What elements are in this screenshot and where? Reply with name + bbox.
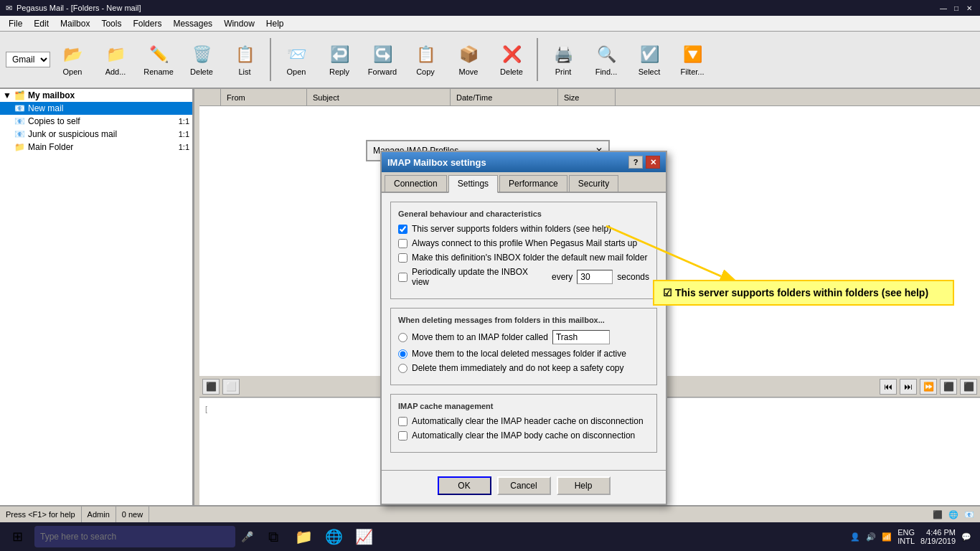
status-help: Press <F1> for help <box>0 507 82 522</box>
copy-icon: 📋 <box>414 43 437 66</box>
toolbar-forward[interactable]: ↪️ Forward <box>362 34 403 85</box>
find-icon: 🔍 <box>595 43 618 66</box>
microphone-icon[interactable]: 🎤 <box>241 531 253 542</box>
sidebar-root[interactable]: ▼ 🗂️ My mailbox <box>0 89 192 102</box>
toolbar-reply[interactable]: ↩️ Reply <box>319 34 360 85</box>
ok-button[interactable]: OK <box>438 476 491 495</box>
always-connect-checkbox[interactable] <box>398 239 407 248</box>
col-header-from[interactable]: From <box>221 89 307 105</box>
toolbar-add[interactable]: 📁 Add... <box>95 34 136 85</box>
menu-file[interactable]: File <box>3 17 28 30</box>
cache-section: IMAP cache management Automatically clea… <box>390 394 657 453</box>
preview-nav-5[interactable]: ⬛ <box>960 379 977 395</box>
supports-folders-checkbox[interactable] <box>398 225 407 234</box>
menu-tools[interactable]: Tools <box>95 17 127 30</box>
toolbar-print[interactable]: 🖨️ Print <box>542 34 584 85</box>
tab-security[interactable]: Security <box>569 175 618 192</box>
toolbar-delete-mail[interactable]: ❌ Delete <box>491 34 532 85</box>
status-user: Admin <box>82 507 116 522</box>
periodic-update-checkbox[interactable] <box>398 273 407 282</box>
preview-btn-1[interactable]: ⬛ <box>202 379 220 395</box>
toolbar-select[interactable]: ☑️ Select <box>628 34 670 85</box>
toolbar-open-mail[interactable]: 📨 Open <box>275 34 317 85</box>
taskbar-files[interactable]: 📁 <box>289 524 318 550</box>
dialog-buttons: OK Cancel Help <box>382 470 666 504</box>
deleting-section-title: When deleting messages from folders in t… <box>398 316 649 324</box>
move-imap-radio[interactable] <box>398 333 407 342</box>
sidebar-item-main[interactable]: 📁 Main Folder 1:1 <box>0 141 192 154</box>
col-header-subject[interactable]: Subject <box>307 89 451 105</box>
col-header-date[interactable]: Date/Time <box>451 89 558 105</box>
taskbar-search-input[interactable] <box>34 526 235 547</box>
minimize-button[interactable]: — <box>938 3 948 13</box>
clear-body-checkbox[interactable] <box>398 431 407 441</box>
taskbar-taskview[interactable]: ⧉ <box>259 524 288 550</box>
sidebar-item-copies[interactable]: 📧 Copies to self 1:1 <box>0 115 192 128</box>
sidebar-item-junk[interactable]: 📧 Junk or suspicious mail 1:1 <box>0 128 192 141</box>
copies-icon: 📧 <box>14 116 25 126</box>
clear-header-checkbox[interactable] <box>398 417 407 426</box>
menu-window[interactable]: Window <box>218 17 260 30</box>
checkbox-clear-body: Automatically clear the IMAP body cache … <box>398 430 649 441</box>
preview-nav-3[interactable]: ⏩ <box>920 379 937 395</box>
toolbar-rename[interactable]: ✏️ Rename <box>138 34 179 85</box>
toolbar-move[interactable]: 📦 Move <box>448 34 489 85</box>
sidebar: ▼ 🗂️ My mailbox 📧 New mail 📧 Copies to s… <box>0 89 194 505</box>
toolbar-list[interactable]: 📋 List <box>224 34 265 85</box>
preview-nav-4[interactable]: ⬛ <box>940 379 957 395</box>
toolbar-open-folder[interactable]: 📂 Open <box>52 34 93 85</box>
preview-btn-2[interactable]: ⬜ <box>222 379 240 395</box>
menu-edit[interactable]: Edit <box>28 17 55 30</box>
status-icon-2: 🌐 <box>948 510 958 519</box>
sidebar-resize-handle[interactable] <box>194 89 199 505</box>
help-button[interactable]: Help <box>557 476 611 495</box>
dialog-close-button[interactable]: ✕ <box>646 156 660 169</box>
default-inbox-checkbox[interactable] <box>398 253 407 263</box>
callout-text: ☑ This server supports folders within fo… <box>663 287 928 298</box>
taskbar-clock: 4:46 PM 8/19/2019 <box>920 528 956 545</box>
trash-folder-input[interactable] <box>552 330 610 344</box>
menu-help[interactable]: Help <box>260 17 290 30</box>
menu-mailbox[interactable]: Mailbox <box>55 17 95 30</box>
menu-folders[interactable]: Folders <box>127 17 167 30</box>
print-icon: 🖨️ <box>552 43 575 66</box>
tab-settings[interactable]: Settings <box>448 175 498 193</box>
start-button[interactable]: ⊞ <box>3 524 32 550</box>
toolbar-copy[interactable]: 📋 Copy <box>405 34 446 85</box>
window-title: Pegasus Mail - [Folders - New mail] <box>17 4 141 12</box>
cancel-button[interactable]: Cancel <box>497 476 551 495</box>
maximize-button[interactable]: □ <box>951 3 961 13</box>
delete-folder-icon: 🗑️ <box>190 43 213 66</box>
filter-icon: 🔽 <box>681 43 704 66</box>
taskbar-notifications-icon[interactable]: 💬 <box>961 532 971 542</box>
move-local-radio[interactable] <box>398 349 407 359</box>
menu-bar: File Edit Mailbox Tools Folders Messages… <box>0 16 980 32</box>
sidebar-item-new-mail[interactable]: 📧 New mail <box>0 102 192 115</box>
taskbar-chrome[interactable]: 🌐 <box>319 524 348 550</box>
taskbar-person-icon: 👤 <box>850 532 860 542</box>
dialog-help-button[interactable]: ? <box>628 156 643 169</box>
taskbar-app4[interactable]: 📈 <box>349 524 378 550</box>
delete-mail-icon: ❌ <box>500 43 523 66</box>
deleting-section: When deleting messages from folders in t… <box>390 308 657 385</box>
toolbar-find[interactable]: 🔍 Find... <box>585 34 627 85</box>
col-header-size[interactable]: Size <box>558 89 616 105</box>
menu-messages[interactable]: Messages <box>167 17 218 30</box>
tab-connection[interactable]: Connection <box>385 175 447 192</box>
preview-nav-1[interactable]: ⏮ <box>880 379 897 395</box>
close-button[interactable]: ✕ <box>964 3 974 13</box>
toolbar: Gmail 📂 Open 📁 Add... ✏️ Rename 🗑️ Delet… <box>0 32 980 89</box>
imap-dialog-title: IMAP Mailbox settings <box>387 157 486 168</box>
delete-immediately-radio[interactable] <box>398 364 407 373</box>
toolbar-delete-folder[interactable]: 🗑️ Delete <box>181 34 222 85</box>
title-bar-left: ✉ Pegasus Mail - [Folders - New mail] <box>6 4 141 13</box>
preview-nav-2[interactable]: ⏭ <box>900 379 917 395</box>
tab-performance[interactable]: Performance <box>499 175 567 192</box>
taskbar-locale: ENGINTL <box>897 528 915 545</box>
radio-move-imap: Move them to an IMAP folder called <box>398 330 649 344</box>
preview-bracket: [ <box>205 405 207 413</box>
account-dropdown[interactable]: Gmail <box>6 52 50 67</box>
callout-annotation: ☑ This server supports folders within fo… <box>653 280 954 306</box>
toolbar-filter[interactable]: 🔽 Filter... <box>672 34 713 85</box>
col-header-checkbox[interactable] <box>199 89 221 105</box>
